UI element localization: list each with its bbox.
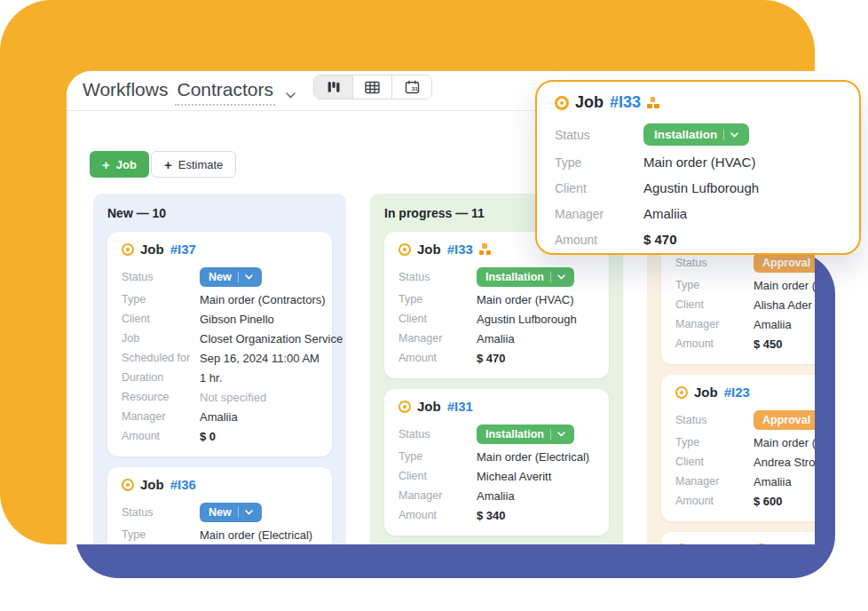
field-value: Main order (Electrical) xyxy=(754,279,815,292)
status-badge-text: New xyxy=(209,506,232,519)
column-cards: Job Status Approval Type Main order (Ele… xyxy=(661,218,815,544)
job-id-link[interactable]: #I33 xyxy=(447,242,473,257)
field-label: Status xyxy=(398,428,477,440)
field-value: $ 0 xyxy=(200,430,216,443)
job-card[interactable]: Job #I23 Status Approval Type Main order… xyxy=(661,375,815,521)
field-label: Client xyxy=(675,456,754,468)
calendar-view-button[interactable]: 31 xyxy=(392,75,431,99)
card-rows: Status New Type Main order (Contractors)… xyxy=(122,264,318,446)
status-badge-dropdown[interactable]: Installation xyxy=(643,123,749,146)
plus-icon: + xyxy=(164,158,172,171)
field-row: Type Main order (HVAC) xyxy=(398,290,595,309)
job-target-icon xyxy=(122,479,134,491)
field-value: Amaliia xyxy=(477,489,515,503)
app-screenshot: Workflows Contractors xyxy=(0,0,868,611)
add-estimate-button[interactable]: + Estimate xyxy=(151,151,236,178)
field-value: Not specified xyxy=(200,391,266,404)
field-label: Status xyxy=(675,257,754,269)
field-label: Client xyxy=(122,313,200,325)
field-label: Manager xyxy=(398,332,477,345)
field-value: Sep 16, 2024 11:00 AM xyxy=(200,352,320,365)
status-badge-dropdown[interactable]: New xyxy=(200,503,262,522)
field-label: Status xyxy=(398,271,477,283)
field-label: Amount xyxy=(398,509,477,521)
job-card[interactable]: Job #I31 Status Installation Type Main o… xyxy=(384,389,609,536)
field-row: Duration 1 hr. xyxy=(122,368,318,387)
popup-job-title: Job #I33 xyxy=(555,93,841,112)
field-label: Type xyxy=(122,528,200,541)
field-row: Amount $ 470 xyxy=(555,226,841,252)
field-value: Amaliia xyxy=(754,475,792,488)
status-badge-dropdown[interactable]: Approval xyxy=(754,410,815,430)
field-value: Amaliia xyxy=(643,206,687,221)
field-row: Status Installation xyxy=(398,264,595,290)
field-row: Status Installation xyxy=(398,421,595,447)
job-card[interactable]: Job #I36 Status New Type Main order (Ele… xyxy=(107,467,332,544)
field-value: Main order (HVAC) xyxy=(477,293,574,306)
field-label: Amount xyxy=(675,337,754,350)
job-target-icon xyxy=(675,386,688,399)
badge-divider xyxy=(238,272,239,282)
status-badge-dropdown[interactable]: Approval xyxy=(754,253,815,273)
field-value: Micheal Averitt xyxy=(477,470,551,483)
job-card[interactable]: Job #I37 Status New Type Main order (Con… xyxy=(107,232,332,456)
job-card[interactable]: Job #I22 xyxy=(661,532,815,544)
kanban-view-button[interactable] xyxy=(314,75,353,99)
job-target-icon xyxy=(122,243,134,256)
field-label: Amount xyxy=(555,233,643,247)
field-row: Manager Amaliia xyxy=(398,329,595,348)
field-label: Duration xyxy=(122,371,200,384)
field-row: Manager Amaliia xyxy=(675,314,815,334)
field-label: Scheduled for xyxy=(122,352,200,364)
job-preview-popup: Job #I33 Status Installation Type Main o… xyxy=(535,80,861,255)
job-title-label: Job xyxy=(694,542,718,544)
status-badge-text: Installation xyxy=(485,271,544,283)
field-value: Gibson Pinello xyxy=(200,313,274,326)
card-rows: Status Approval Type Main order (HVAC) C… xyxy=(675,407,815,511)
status-badge-dropdown[interactable]: Installation xyxy=(477,425,574,444)
field-label: Manager xyxy=(555,207,643,221)
board-name[interactable]: Contractors xyxy=(175,79,275,106)
field-row: Status Approval xyxy=(675,407,815,432)
field-label: Type xyxy=(675,279,754,291)
job-id-link[interactable]: #I22 xyxy=(724,542,750,544)
add-job-button[interactable]: + Job xyxy=(90,151,149,178)
page-title: Workflows xyxy=(83,79,168,100)
field-row: Type Main order (HVAC) xyxy=(555,149,841,175)
status-badge-dropdown[interactable]: New xyxy=(200,267,262,287)
field-label: Manager xyxy=(122,410,200,423)
field-label: Amount xyxy=(398,352,477,364)
status-badge-text: New xyxy=(209,271,232,283)
card-title: Job #I23 xyxy=(675,385,815,400)
field-row: Amount $ 450 xyxy=(675,334,815,353)
card-rows: Status Installation Type Main order (HVA… xyxy=(398,264,595,368)
job-title-label: Job xyxy=(140,242,164,257)
job-id-link[interactable]: #I33 xyxy=(610,93,641,112)
kanban-column: New — 10 Job #I37 Status New Type Main o… xyxy=(93,194,346,544)
field-row: Job Closet Organization Service xyxy=(122,329,318,348)
card-rows: Status Installation Type Main order (Ele… xyxy=(398,421,595,525)
card-rows: Status New Type Main order (Electrical) … xyxy=(122,499,318,544)
job-id-link[interactable]: #I31 xyxy=(447,399,473,414)
badge-divider xyxy=(723,130,724,140)
badge-divider xyxy=(550,429,551,440)
field-label: Status xyxy=(675,414,754,426)
job-target-icon xyxy=(398,401,411,413)
field-label: Client xyxy=(398,470,477,482)
field-label: Manager xyxy=(398,489,477,502)
field-row: Type Main order (Electrical) xyxy=(122,525,318,544)
job-id-link[interactable]: #I36 xyxy=(170,477,196,492)
field-value: Andrea Stromme xyxy=(754,456,815,469)
svg-text:31: 31 xyxy=(411,85,417,91)
field-row: Type Main order (Electrical) xyxy=(398,447,595,466)
board-title-dropdown[interactable]: Workflows Contractors xyxy=(83,79,296,106)
table-view-button[interactable] xyxy=(353,75,392,99)
job-id-link[interactable]: #I37 xyxy=(170,242,196,257)
chevron-down-icon xyxy=(286,92,296,99)
field-row: Scheduled for Sep 16, 2024 11:00 AM xyxy=(122,348,318,368)
job-id-link[interactable]: #I23 xyxy=(724,385,750,400)
table-icon xyxy=(365,81,380,94)
field-value: $ 470 xyxy=(477,352,506,365)
field-row: Manager Amaliia xyxy=(555,201,841,226)
status-badge-dropdown[interactable]: Installation xyxy=(477,267,574,287)
